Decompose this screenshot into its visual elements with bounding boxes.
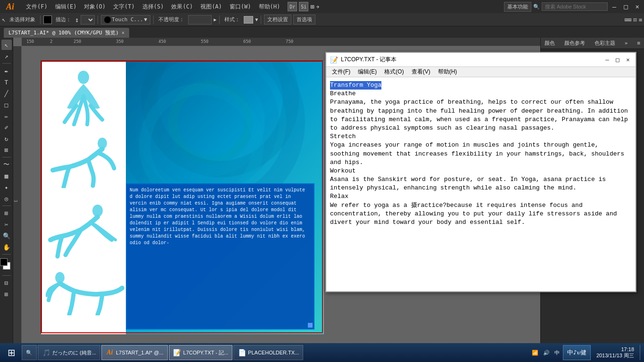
notepad-menu-format[interactable]: 格式(O) xyxy=(380,67,407,77)
stock-search-input[interactable] xyxy=(542,2,608,11)
type-tool-btn[interactable]: T xyxy=(1,77,12,87)
stroke-icon[interactable]: ↕ xyxy=(75,16,79,24)
menu-view[interactable]: 视图(A) xyxy=(197,2,226,12)
color-swatches xyxy=(0,258,13,273)
top-right-controls: 基本功能 🔍 — □ × xyxy=(504,2,642,12)
line-tool-btn[interactable]: ╱ xyxy=(1,88,12,99)
menu-window[interactable]: 窗口(W) xyxy=(226,2,255,12)
notepad-textarea[interactable] xyxy=(326,77,636,291)
toolbar-sep-4 xyxy=(219,16,220,24)
notepad-menu-help[interactable]: 帮助(H) xyxy=(434,67,461,77)
artboard-tool-btn[interactable]: ⊞ xyxy=(1,208,12,218)
menu-object[interactable]: 对象(O) xyxy=(80,2,109,12)
style-chevron-icon[interactable]: ▼ xyxy=(255,17,258,22)
tool-sep-5 xyxy=(2,275,11,276)
top-menubar: Ai 文件(F) 编辑(E) 对象(O) 文字(T) 选择(S) 效果(C) 视… xyxy=(0,0,644,13)
show-desktop-btn[interactable] xyxy=(640,345,642,360)
grid-icon[interactable]: ⊞ xyxy=(310,3,314,10)
foreground-color-swatch[interactable] xyxy=(0,258,8,266)
extension-icon-1[interactable]: Dr xyxy=(288,2,297,11)
tool-sep-4 xyxy=(2,254,11,255)
taskbar: ⊞ 🔍 🎵 だったのに (純音... Ai L7START_1.AI* @...… xyxy=(0,343,644,362)
hand-tool-btn[interactable]: ✋ xyxy=(1,242,12,252)
no-selection-label: 未选择对象 xyxy=(8,15,37,24)
stroke-select[interactable] xyxy=(81,15,95,25)
panel-menu-icon[interactable]: ≡ xyxy=(637,40,640,46)
start-button[interactable]: ⊞ xyxy=(2,345,21,360)
pen-tool-btn[interactable]: ✒ xyxy=(1,66,12,76)
toolbar-sep-2 xyxy=(98,16,98,24)
warp-tool-btn[interactable]: 〜 xyxy=(1,159,12,170)
notepad-maximize-btn[interactable]: □ xyxy=(614,56,621,64)
tab-bar: L7START_1.AI* @ 100% (CMYK/GPU 预览) × xyxy=(0,26,644,38)
selection-tool-icon[interactable]: ↖ xyxy=(2,16,6,23)
menu-effect[interactable]: 效果(C) xyxy=(167,2,197,12)
notepad-minimize-btn[interactable]: — xyxy=(603,56,611,64)
style-swatch[interactable] xyxy=(244,16,253,24)
arrange-icon[interactable]: ⊞⊞ xyxy=(625,16,631,23)
notepad-menu-file[interactable]: 文件(F) xyxy=(328,67,354,77)
yoga-pose-3 xyxy=(46,202,121,259)
tab-close-btn[interactable]: × xyxy=(122,30,124,35)
graph-tool-btn[interactable]: ▦ xyxy=(1,171,12,181)
network-icon[interactable]: 📶 xyxy=(530,349,540,357)
taskbar-placeholder-label: PLACEHOLDER.TX... xyxy=(248,350,299,355)
taskbar-item-placeholder[interactable]: 📄 PLACEHOLDER.TX... xyxy=(233,345,303,360)
stroke-label: 描边： xyxy=(54,15,73,24)
more-options-icon[interactable]: ≡ xyxy=(639,16,642,23)
system-clock[interactable]: 17:18 2013/11/13 周三 xyxy=(593,346,638,359)
doc-settings-btn[interactable]: 文档设置 xyxy=(264,15,291,25)
taskbar-search-btn[interactable]: 🔍 xyxy=(22,345,37,360)
menu-file[interactable]: 文件(F) xyxy=(22,2,51,12)
yoga-pose-4 xyxy=(46,268,126,315)
preferences-btn[interactable]: 首选项 xyxy=(293,15,315,25)
ruler-left: 345678910 xyxy=(13,46,22,351)
full-screen-btn[interactable]: ⊞ xyxy=(1,289,12,299)
opacity-input[interactable]: 100% xyxy=(188,15,212,25)
select-tool-btn[interactable]: ↖ xyxy=(1,40,12,50)
scale-tool-btn[interactable]: ⊠ xyxy=(1,145,12,155)
fill-color-swatch[interactable] xyxy=(43,16,52,24)
active-tab[interactable]: L7START_1.AI* @ 100% (CMYK/GPU 预览) × xyxy=(4,28,129,38)
resize-handle[interactable] xyxy=(308,323,313,328)
direct-select-btn[interactable]: ↗ xyxy=(1,51,12,61)
style-label: 样式： xyxy=(223,15,242,24)
maximize-btn[interactable]: □ xyxy=(621,3,630,10)
slice-tool-btn[interactable]: ✂ xyxy=(1,219,12,230)
close-app-btn[interactable]: × xyxy=(633,3,642,10)
notepad-close-btn[interactable]: × xyxy=(624,56,632,64)
taskbar-search-icon: 🔍 xyxy=(26,350,33,356)
menu-select[interactable]: 选择(S) xyxy=(139,2,168,12)
minimize-btn[interactable]: — xyxy=(610,3,619,10)
design-canvas[interactable]: Num doloreetum ven esequam ver suscipist… xyxy=(41,60,323,334)
taskbar-item-illustrator[interactable]: Ai L7START_1.AI* @... xyxy=(101,345,168,360)
transform-icon[interactable]: ⊡ xyxy=(634,16,637,23)
volume-icon[interactable]: 🔊 xyxy=(542,349,551,357)
pencil-tool-btn[interactable]: ✐ xyxy=(1,122,12,132)
workspace-btn[interactable]: 基本功能 xyxy=(504,2,531,12)
rotate-tool-btn[interactable]: ↻ xyxy=(1,133,12,144)
blend-tool-btn[interactable]: ◎ xyxy=(1,193,12,204)
notepad-menu-edit[interactable]: 编辑(E) xyxy=(354,67,380,77)
ime-indicator[interactable]: 中♪ᵾ健 xyxy=(563,345,591,360)
notepad-menu-view[interactable]: 查看(V) xyxy=(408,67,434,77)
rect-tool-btn[interactable]: □ xyxy=(1,99,12,110)
menu-text[interactable]: 文字(T) xyxy=(109,2,139,12)
zoom-tool-btn[interactable]: 🔍 xyxy=(1,230,12,241)
input-method-icon[interactable]: 中 xyxy=(553,348,561,357)
opacity-chevron-icon[interactable]: ▶ xyxy=(214,17,216,22)
color-panel-header[interactable]: 颜色 颜色参考 色彩主题 » ≡ xyxy=(541,38,644,49)
touch-btn[interactable]: Touch C... ▼ xyxy=(101,15,150,25)
extension-icon-2[interactable]: Si xyxy=(299,2,308,11)
design-text-box[interactable]: Num doloreetum ven esequam ver suscipist… xyxy=(126,183,314,329)
notepad-titlebar[interactable]: 📝 L7COPY.TXT - 记事本 — □ × xyxy=(326,53,636,67)
panel-expand-icon[interactable]: » xyxy=(625,40,628,46)
brush-tool-btn[interactable]: ✏ xyxy=(1,111,12,121)
menu-edit[interactable]: 编辑(E) xyxy=(51,2,81,12)
taskbar-item-music[interactable]: 🎵 だったのに (純音... xyxy=(38,345,100,360)
eyedropper-tool-btn[interactable]: ✦ xyxy=(1,182,12,192)
menu-help[interactable]: 帮助(H) xyxy=(255,2,284,12)
arrow-icon[interactable]: ✈ xyxy=(316,3,320,10)
taskbar-item-notepad[interactable]: 📝 L7COPY.TXT - 記... xyxy=(169,345,233,360)
change-screen-btn[interactable]: ⊟ xyxy=(1,278,12,288)
